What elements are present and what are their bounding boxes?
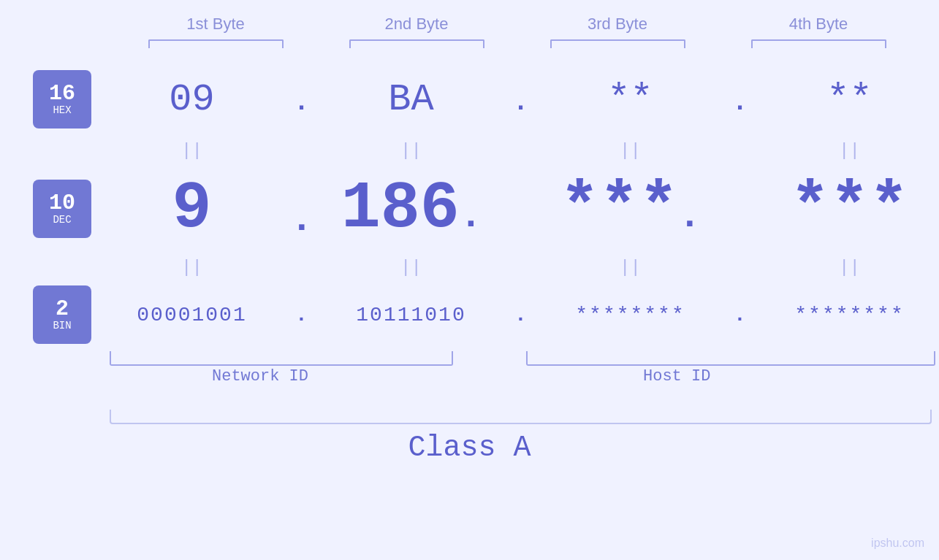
class-a-label: Class A [408,431,531,464]
dec-b4: *** [769,172,930,246]
byte1-header: 1st Byte [142,15,289,34]
hex-badge-label: HEX [53,104,71,116]
dot-sep-hex-3: . [729,90,751,116]
dec-b1: 9 [111,172,272,246]
dot-sep-bin-2: . [510,304,532,326]
byte4-header: 4th Byte [745,15,892,34]
top-bracket-1 [148,39,284,48]
eq1-b4: || [769,141,930,161]
network-id-bracket [110,351,453,366]
watermark: ipshu.com [871,537,924,550]
full-bottom-bracket [110,410,932,424]
top-bracket-4 [751,39,886,48]
byte-headers: 1st Byte 2nd Byte 3rd Byte 4th Byte [115,15,919,34]
hex-b1: 09 [112,78,273,121]
hex-b2: BA [331,78,492,121]
eq1-b2: || [331,141,492,161]
bin-badge-number: 2 [56,298,69,320]
eq2-b2: || [331,258,492,277]
dot-sep-bin-1: . [291,304,313,326]
byte2-header: 2nd Byte [343,15,490,34]
top-bracket-3 [550,39,685,48]
dot-sep-bin-3: . [729,304,751,326]
main-container: 1st Byte 2nd Byte 3rd Byte 4th Byte 16 H… [0,0,939,560]
dec-badge-label: DEC [53,214,71,226]
hex-b3: ** [550,78,711,121]
bin-b4: ******** [769,304,930,326]
dec-b2: 186. [331,172,492,246]
dec-badge-number: 10 [49,192,75,214]
eq1-b1: || [112,141,273,161]
dot-sep-dec-1: . [290,177,313,242]
dec-b3: ***. [550,172,711,246]
hex-badge: 16 HEX [33,70,91,129]
bin-b2: 10111010 [331,304,492,326]
byte3-header: 3rd Byte [544,15,691,34]
bin-badge: 2 BIN [33,285,91,344]
dot-sep-hex-2: . [510,90,532,116]
dot-sep-hex-1: . [291,90,313,116]
host-id-label: Host ID [643,367,710,386]
eq1-b3: || [550,141,711,161]
bin-b3: ******** [550,304,711,326]
network-id-label: Network ID [212,367,308,386]
eq2-b1: || [112,258,273,277]
bin-b1: 00001001 [112,304,273,326]
bin-badge-label: BIN [53,320,71,331]
top-bracket-2 [349,39,484,48]
hex-badge-number: 16 [49,83,75,104]
eq2-b3: || [550,258,711,277]
dec-badge: 10 DEC [33,180,91,238]
eq2-b4: || [769,258,930,277]
top-brackets [115,39,919,48]
host-id-bracket [526,351,935,366]
hex-b4: ** [769,78,930,121]
